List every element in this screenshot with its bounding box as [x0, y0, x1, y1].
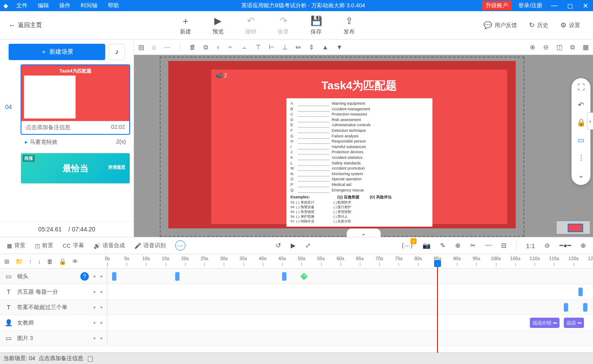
menu-help[interactable]: 帮助 [103, 2, 124, 9]
help-icon[interactable]: ? [80, 272, 89, 281]
undo-icon[interactable]: ↶ [578, 100, 584, 109]
timeline-clip[interactable] [578, 288, 583, 296]
upgrade-account-button[interactable]: 升级账户 [482, 1, 511, 10]
align-left-icon[interactable]: ⫞ [216, 43, 219, 51]
lock-icon[interactable]: 🔒 [577, 118, 586, 127]
camera-icon[interactable]: 📷 [423, 242, 431, 249]
asr-button[interactable]: 🎤语音识别 [134, 242, 166, 249]
zoom-out-icon[interactable]: ⊖ [544, 242, 550, 249]
speech-clip[interactable]: 说话••• [564, 318, 584, 328]
track-row[interactable]: ▭图片 3●● [0, 331, 593, 346]
copy-icon[interactable]: ⧉ [570, 43, 575, 51]
slide-content[interactable]: 📹 2 Task4为匹配题 AWarning equipmentBAcciden… [211, 70, 507, 224]
duplicate-icon[interactable]: ⧉ [204, 43, 208, 51]
chevron-down-icon[interactable]: ⌄ [578, 171, 584, 180]
marker-icon[interactable]: ⟨⋯⟩ [401, 242, 413, 249]
time-ruler[interactable]: 0s5s10s15s20s25s30s35s40s45s50s55s60s65s… [107, 254, 593, 268]
maximize-button[interactable]: ◻ [562, 2, 578, 10]
track-row[interactable]: T共五题 每题一分●● [0, 284, 593, 300]
zoom-slider[interactable]: ━●━ [560, 242, 571, 249]
play-icon[interactable]: ▶ [291, 242, 296, 249]
preview-button[interactable]: ▶预览 [213, 15, 224, 36]
edit-icon[interactable]: ✎ [440, 242, 446, 249]
folder-icon[interactable]: 📁 [15, 258, 23, 265]
back-home-button[interactable]: ← 返回主页 [0, 21, 51, 29]
new-button[interactable]: ＋新建 [180, 15, 191, 36]
align-center-icon[interactable]: ⫟ [227, 43, 234, 51]
speech-clip[interactable]: 说话介绍••• [530, 318, 560, 328]
fullscreen-icon[interactable]: ⛶ [578, 83, 585, 92]
down-icon[interactable]: ↓ [38, 258, 41, 265]
menu-edit[interactable]: 编辑 [33, 2, 54, 9]
track-body[interactable]: 说话介绍•••说话••• [107, 315, 593, 330]
scene-item[interactable]: 段落 最恰当 弄清题思 [3, 153, 130, 184]
tts-button[interactable]: 🔊语音合成 [94, 242, 125, 249]
track-body[interactable] [107, 331, 593, 346]
timeline-clip[interactable] [175, 272, 179, 281]
foreground-button[interactable]: ◫前景 [35, 242, 53, 249]
delete-icon[interactable]: 🗑 [189, 43, 196, 51]
dots-icon[interactable]: ⋮ [578, 153, 585, 162]
music-button[interactable]: ♪ [109, 44, 125, 60]
align-bottom-icon[interactable]: ⊥ [282, 43, 288, 51]
menu-file[interactable]: 文件 [11, 2, 33, 9]
track-body[interactable] [107, 284, 593, 299]
eye-icon[interactable]: 👁 [72, 258, 78, 265]
login-register-button[interactable]: 登录/注册 [514, 2, 547, 9]
undo-button[interactable]: ↶撤销 [245, 15, 256, 36]
align-right-icon[interactable]: ⫠ [241, 43, 248, 51]
fit-icon[interactable]: ◫ [557, 43, 563, 51]
lock-icon[interactable]: 🔒 [59, 258, 66, 265]
track-row[interactable]: T答案不能超过三个单●● [0, 300, 593, 315]
subtitle-button[interactable]: CC字幕 [63, 242, 84, 249]
track-row[interactable]: ▭镜头?●● [0, 269, 593, 284]
scene-transition[interactable]: ▸马赛克特效 2(s) [21, 135, 130, 149]
scene-item[interactable]: 04 Task4为匹配题 点击添加备注信息 02:02 ▸马赛克特效 2(s) [3, 64, 130, 149]
align-top-icon[interactable]: ⊤ [255, 43, 261, 51]
publish-button[interactable]: ⇪发布 [344, 15, 355, 36]
history-button[interactable]: ↻历史 [529, 21, 548, 29]
scene-note-placeholder[interactable]: 点击添加备注信息 [26, 124, 70, 131]
keyframe-add[interactable] [301, 273, 308, 280]
settings-button[interactable]: ⚙设置 [560, 21, 580, 29]
menu-timeline[interactable]: 时间轴 [76, 2, 103, 9]
zoom-out-icon[interactable]: ⊖ [543, 43, 549, 51]
layers-icon[interactable]: ▤ [138, 43, 144, 51]
timeline-clip[interactable] [564, 303, 568, 312]
redo-button[interactable]: ↷恢复 [278, 15, 289, 36]
timeline-clip[interactable] [282, 272, 286, 281]
timeline-clip[interactable] [112, 272, 116, 281]
rewind-icon[interactable]: ↺ [276, 242, 281, 249]
align-middle-icon[interactable]: ⊢ [269, 43, 274, 51]
cut-icon[interactable]: ✂ [470, 242, 476, 249]
canvas-collapse-handle[interactable]: ⌄ [347, 228, 381, 237]
feedback-button[interactable]: 💬用户反馈 [484, 21, 517, 29]
home-icon[interactable]: ⌂ [152, 43, 156, 51]
expand-icon[interactable]: ⤢ [305, 242, 311, 249]
timeline-clip[interactable] [583, 303, 587, 312]
more-tools-button[interactable]: ⋯ [175, 240, 186, 251]
wave-icon[interactable]: 〰 [485, 242, 492, 249]
close-button[interactable]: ✕ [578, 2, 593, 10]
minimap[interactable] [556, 221, 590, 234]
trash-icon[interactable]: 🗑 [47, 258, 53, 265]
grid-icon[interactable]: ▦ [583, 43, 589, 51]
background-button[interactable]: ▦背景 [7, 242, 25, 249]
ratio-icon[interactable]: 1:1 [526, 242, 535, 249]
add-track-icon[interactable]: ⊞ [4, 258, 9, 265]
send-back-icon[interactable]: ▼ [336, 43, 343, 51]
split-icon[interactable]: ⊟ [501, 242, 507, 249]
save-button[interactable]: 💾保存 [310, 15, 322, 36]
link-icon[interactable]: ⊕ [455, 242, 461, 249]
distribute-v-icon[interactable]: ⇕ [309, 43, 314, 51]
zoom-in-icon[interactable]: ⊕ [581, 242, 586, 249]
right-panel-toggle[interactable]: ‹ [587, 112, 593, 130]
track-body[interactable] [107, 269, 593, 284]
track-body[interactable] [107, 300, 593, 315]
zoom-in-icon[interactable]: ⊕ [530, 43, 535, 51]
minimize-button[interactable]: — [547, 2, 562, 9]
bring-front-icon[interactable]: ▲ [322, 43, 328, 51]
display-icon[interactable]: ▭ [578, 136, 584, 145]
menu-operate[interactable]: 操作 [54, 2, 76, 9]
more-icon[interactable]: ⋯ [164, 43, 170, 51]
